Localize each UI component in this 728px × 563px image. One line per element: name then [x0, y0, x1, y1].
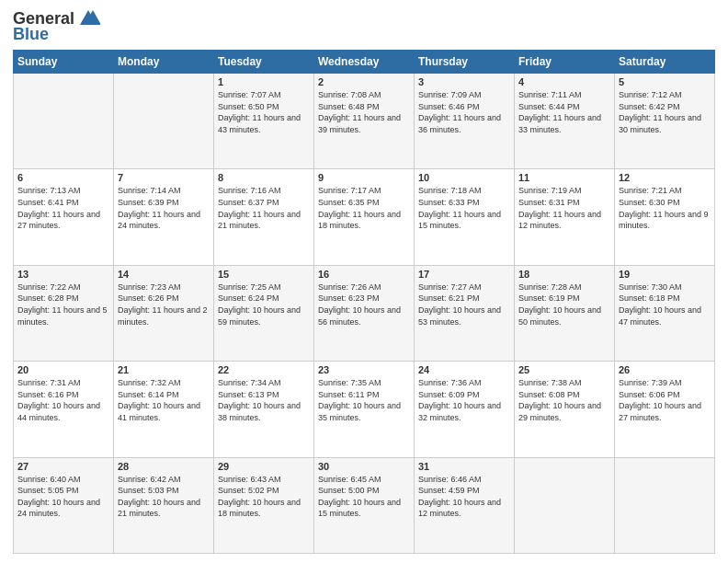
day-cell: 31Sunrise: 6:46 AM Sunset: 4:59 PM Dayli… — [415, 457, 515, 553]
day-number: 22 — [218, 364, 310, 375]
col-header-thursday: Thursday — [415, 51, 515, 74]
day-cell: 25Sunrise: 7:38 AM Sunset: 6:08 PM Dayli… — [515, 362, 615, 457]
day-info: Sunrise: 7:08 AM Sunset: 6:48 PM Dayligh… — [318, 89, 410, 135]
day-cell: 7Sunrise: 7:14 AM Sunset: 6:39 PM Daylig… — [114, 169, 214, 265]
day-cell: 18Sunrise: 7:28 AM Sunset: 6:19 PM Dayli… — [515, 265, 615, 361]
day-number: 14 — [118, 269, 210, 280]
day-cell: 28Sunrise: 6:42 AM Sunset: 5:03 PM Dayli… — [114, 457, 214, 553]
day-number: 11 — [518, 172, 610, 183]
day-number: 8 — [218, 172, 310, 183]
day-info: Sunrise: 7:18 AM Sunset: 6:33 PM Dayligh… — [418, 185, 510, 231]
day-info: Sunrise: 6:46 AM Sunset: 4:59 PM Dayligh… — [418, 474, 510, 520]
day-info: Sunrise: 7:23 AM Sunset: 6:26 PM Dayligh… — [118, 282, 210, 327]
day-info: Sunrise: 7:09 AM Sunset: 6:46 PM Dayligh… — [418, 89, 510, 135]
day-cell: 21Sunrise: 7:32 AM Sunset: 6:14 PM Dayli… — [114, 362, 214, 457]
day-number: 24 — [418, 364, 510, 375]
day-number: 21 — [118, 364, 210, 375]
day-number: 4 — [518, 76, 610, 87]
day-info: Sunrise: 7:27 AM Sunset: 6:21 PM Dayligh… — [418, 282, 510, 327]
day-cell: 12Sunrise: 7:21 AM Sunset: 6:30 PM Dayli… — [615, 169, 715, 265]
day-info: Sunrise: 7:26 AM Sunset: 6:23 PM Dayligh… — [318, 282, 410, 327]
col-header-friday: Friday — [515, 51, 615, 74]
day-info: Sunrise: 7:39 AM Sunset: 6:06 PM Dayligh… — [619, 377, 711, 423]
day-info: Sunrise: 7:36 AM Sunset: 6:09 PM Dayligh… — [418, 377, 510, 423]
day-info: Sunrise: 7:31 AM Sunset: 6:16 PM Dayligh… — [17, 377, 109, 423]
day-cell: 30Sunrise: 6:45 AM Sunset: 5:00 PM Dayli… — [314, 457, 415, 553]
day-number: 18 — [518, 269, 610, 280]
col-header-wednesday: Wednesday — [314, 51, 415, 74]
day-number: 2 — [318, 76, 410, 87]
day-cell: 23Sunrise: 7:35 AM Sunset: 6:11 PM Dayli… — [314, 362, 415, 457]
week-row-2: 6Sunrise: 7:13 AM Sunset: 6:41 PM Daylig… — [14, 169, 715, 265]
day-info: Sunrise: 7:28 AM Sunset: 6:19 PM Dayligh… — [518, 282, 610, 327]
day-cell: 9Sunrise: 7:17 AM Sunset: 6:35 PM Daylig… — [314, 169, 415, 265]
day-info: Sunrise: 7:19 AM Sunset: 6:31 PM Dayligh… — [518, 185, 610, 231]
day-number: 17 — [418, 269, 510, 280]
day-info: Sunrise: 7:17 AM Sunset: 6:35 PM Dayligh… — [318, 185, 410, 231]
logo-blue-text: Blue — [13, 25, 49, 44]
col-header-sunday: Sunday — [14, 51, 114, 74]
day-cell — [14, 74, 114, 169]
day-info: Sunrise: 7:11 AM Sunset: 6:44 PM Dayligh… — [518, 89, 610, 135]
day-number: 7 — [118, 172, 210, 183]
week-row-1: 1Sunrise: 7:07 AM Sunset: 6:50 PM Daylig… — [14, 74, 715, 169]
day-cell: 15Sunrise: 7:25 AM Sunset: 6:24 PM Dayli… — [214, 265, 314, 361]
day-info: Sunrise: 6:40 AM Sunset: 5:05 PM Dayligh… — [17, 474, 109, 520]
day-cell: 2Sunrise: 7:08 AM Sunset: 6:48 PM Daylig… — [314, 74, 415, 169]
col-header-tuesday: Tuesday — [214, 51, 314, 74]
day-number: 26 — [619, 364, 711, 375]
day-info: Sunrise: 7:34 AM Sunset: 6:13 PM Dayligh… — [218, 377, 310, 423]
day-number: 23 — [318, 364, 410, 375]
day-cell: 22Sunrise: 7:34 AM Sunset: 6:13 PM Dayli… — [214, 362, 314, 457]
day-number: 20 — [17, 364, 109, 375]
day-info: Sunrise: 6:45 AM Sunset: 5:00 PM Dayligh… — [318, 474, 410, 520]
day-cell: 20Sunrise: 7:31 AM Sunset: 6:16 PM Dayli… — [14, 362, 114, 457]
col-header-monday: Monday — [114, 51, 214, 74]
day-cell: 1Sunrise: 7:07 AM Sunset: 6:50 PM Daylig… — [214, 74, 314, 169]
day-info: Sunrise: 7:35 AM Sunset: 6:11 PM Dayligh… — [318, 377, 410, 423]
day-number: 30 — [318, 461, 410, 472]
day-cell: 4Sunrise: 7:11 AM Sunset: 6:44 PM Daylig… — [515, 74, 615, 169]
day-cell: 16Sunrise: 7:26 AM Sunset: 6:23 PM Dayli… — [314, 265, 415, 361]
day-info: Sunrise: 7:25 AM Sunset: 6:24 PM Dayligh… — [218, 282, 310, 327]
day-info: Sunrise: 7:22 AM Sunset: 6:28 PM Dayligh… — [17, 282, 109, 327]
day-cell: 26Sunrise: 7:39 AM Sunset: 6:06 PM Dayli… — [615, 362, 715, 457]
day-info: Sunrise: 7:21 AM Sunset: 6:30 PM Dayligh… — [619, 185, 711, 231]
day-cell: 17Sunrise: 7:27 AM Sunset: 6:21 PM Dayli… — [415, 265, 515, 361]
day-info: Sunrise: 7:30 AM Sunset: 6:18 PM Dayligh… — [619, 282, 711, 327]
day-number: 13 — [17, 269, 109, 280]
day-cell: 11Sunrise: 7:19 AM Sunset: 6:31 PM Dayli… — [515, 169, 615, 265]
day-info: Sunrise: 7:16 AM Sunset: 6:37 PM Dayligh… — [218, 185, 310, 231]
day-cell: 8Sunrise: 7:16 AM Sunset: 6:37 PM Daylig… — [214, 169, 314, 265]
day-number: 28 — [118, 461, 210, 472]
day-number: 1 — [218, 76, 310, 87]
day-cell: 5Sunrise: 7:12 AM Sunset: 6:42 PM Daylig… — [615, 74, 715, 169]
day-cell: 10Sunrise: 7:18 AM Sunset: 6:33 PM Dayli… — [415, 169, 515, 265]
day-cell: 14Sunrise: 7:23 AM Sunset: 6:26 PM Dayli… — [114, 265, 214, 361]
day-info: Sunrise: 6:42 AM Sunset: 5:03 PM Dayligh… — [118, 474, 210, 520]
day-number: 19 — [619, 269, 711, 280]
day-number: 25 — [518, 364, 610, 375]
day-cell — [615, 457, 715, 553]
day-number: 15 — [218, 269, 310, 280]
day-number: 29 — [218, 461, 310, 472]
calendar-table: SundayMondayTuesdayWednesdayThursdayFrid… — [13, 50, 715, 554]
day-info: Sunrise: 7:14 AM Sunset: 6:39 PM Dayligh… — [118, 185, 210, 231]
week-row-3: 13Sunrise: 7:22 AM Sunset: 6:28 PM Dayli… — [14, 265, 715, 361]
day-number: 27 — [17, 461, 109, 472]
day-info: Sunrise: 7:13 AM Sunset: 6:41 PM Dayligh… — [17, 185, 109, 231]
day-cell: 27Sunrise: 6:40 AM Sunset: 5:05 PM Dayli… — [14, 457, 114, 553]
day-number: 9 — [318, 172, 410, 183]
day-cell: 19Sunrise: 7:30 AM Sunset: 6:18 PM Dayli… — [615, 265, 715, 361]
day-cell: 24Sunrise: 7:36 AM Sunset: 6:09 PM Dayli… — [415, 362, 515, 457]
day-info: Sunrise: 7:32 AM Sunset: 6:14 PM Dayligh… — [118, 377, 210, 423]
col-header-saturday: Saturday — [615, 51, 715, 74]
day-cell: 13Sunrise: 7:22 AM Sunset: 6:28 PM Dayli… — [14, 265, 114, 361]
day-cell — [515, 457, 615, 553]
logo-icon — [76, 8, 100, 29]
day-number: 3 — [418, 76, 510, 87]
calendar-header-row: SundayMondayTuesdayWednesdayThursdayFrid… — [14, 51, 715, 74]
day-cell: 3Sunrise: 7:09 AM Sunset: 6:46 PM Daylig… — [415, 74, 515, 169]
week-row-4: 20Sunrise: 7:31 AM Sunset: 6:16 PM Dayli… — [14, 362, 715, 457]
day-number: 10 — [418, 172, 510, 183]
